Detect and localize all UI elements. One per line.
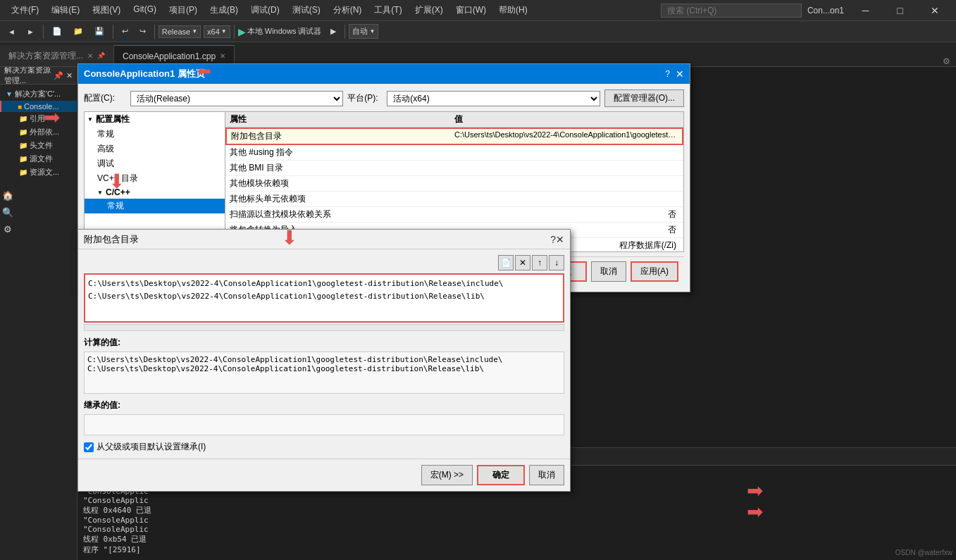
home-icon[interactable]: 🏠 [0,187,15,203]
pin-icon[interactable]: 📌 [97,52,105,59]
minimize-button[interactable]: ─ [850,0,881,21]
tree-debug-label: 调试 [97,158,114,170]
maximize-button[interactable]: □ [884,0,916,21]
menu-file[interactable]: 文件(F) [6,1,44,19]
back-button[interactable]: ◄ [3,25,20,39]
tree-item-config[interactable]: ▼ 配置属性 [85,112,225,127]
output-line-4: "ConsoleApplic [83,496,950,505]
menu-extensions[interactable]: 扩展(X) [409,1,449,19]
forward-button[interactable]: ► [22,25,39,39]
prop-row-using[interactable]: 其他 #using 指令 [225,145,683,161]
prop-row-module-dep[interactable]: 其他模块依赖项 [225,176,683,192]
calc-path-2: C:\Users\ts\Desktop\vs2022-4\ConsoleAppl… [87,364,561,373]
auto-dropdown[interactable]: 自动 ▼ [349,24,378,39]
watermark: OSDN @waterfxw [895,549,952,556]
properties-cancel-button[interactable]: 取消 [591,261,626,282]
undo-button[interactable]: ↩ [117,24,133,39]
prop-row-include[interactable]: 附加包含目录 C:\Users\ts\Desktop\vs2022-4\Cons… [225,127,683,145]
run-button[interactable]: ▶ [325,24,341,39]
include-up-button[interactable]: ↑ [532,255,547,270]
prop-row-header-dep[interactable]: 其他标头单元依赖项 [225,192,683,207]
include-help-button[interactable]: ? [550,234,556,245]
close-button[interactable]: ✕ [919,0,950,21]
save-button[interactable]: 💾 [89,24,109,39]
solution-icon: ▼ [6,90,13,98]
include-dialog: 附加包含目录 ? ✕ 📄 ✕ ↑ ↓ C:\Users\ts\Desktop\v… [77,229,571,492]
include-ok-button[interactable]: 确定 [477,465,525,485]
properties-close-button[interactable]: ✕ [676,68,684,80]
settings-sidebar-icon[interactable]: ⚙ [0,221,15,237]
prop-name-header-dep: 其他标头单元依赖项 [230,193,453,205]
properties-help-icon[interactable]: ? [665,69,670,79]
sidebar-item-external[interactable]: 📁 外部依... [0,125,77,139]
tree-item-cpp[interactable]: ▼ C/C++ [85,186,225,199]
menu-window[interactable]: 窗口(W) [450,1,492,19]
properties-title-bar: ConsoleApplication1 属性页 ? ✕ [78,64,690,84]
sidebar-item-sources[interactable]: 📁 源文件 [0,152,77,166]
new-file-button[interactable]: 📄 [47,24,67,39]
menu-test[interactable]: 测试(S) [287,1,326,19]
menu-tools[interactable]: 工具(T) [368,1,407,19]
menu-git[interactable]: Git(G) [128,1,162,19]
platform-select[interactable]: 活动(x64) [387,91,600,106]
include-dialog-body: 📄 ✕ ↑ ↓ C:\Users\ts\Desktop\vs2022-4\Con… [78,249,570,459]
sidebar-item-solution[interactable]: ▼ 解决方案'C'... [0,87,77,101]
tab-settings-icon[interactable]: ⚙ [937,56,956,66]
prop-row-scan-modules[interactable]: 扫描源以查找模块依赖关系 否 [225,207,683,223]
include-close-button[interactable]: ✕ [556,234,564,245]
include-toolbar: 📄 ✕ ↑ ↓ [84,255,564,270]
sidebar-close-icon[interactable]: ✕ [66,71,73,80]
include-edit-area[interactable]: C:\Users\ts\Desktop\vs2022-4\ConsoleAppl… [84,273,564,323]
prop-value-scan-modules: 否 [453,209,679,220]
open-button[interactable]: 📁 [68,24,88,39]
redo-button[interactable]: ↪ [135,24,151,39]
window-title: Con...on1 [807,6,844,15]
include-cancel-button[interactable]: 取消 [529,465,564,485]
output-line-9: 程序 "[25916] [83,545,950,555]
output-line-6: "ConsoleApplic [83,516,950,525]
search-sidebar-icon[interactable]: 🔍 [0,204,15,220]
tab-solution-close[interactable]: ✕ [87,52,93,60]
include-hscrollbar[interactable] [84,324,564,331]
sidebar-headers-label: 头文件 [30,140,53,151]
tab-cpp-close[interactable]: ✕ [220,52,225,60]
search-input[interactable] [661,4,802,18]
platform-dropdown[interactable]: x64 ▼ [204,25,230,38]
sidebar-sources-label: 源文件 [30,154,53,164]
include-macro-button[interactable]: 宏(M) >> [421,465,473,485]
menu-build[interactable]: 生成(B) [204,1,244,19]
tree-item-general[interactable]: 常规 [85,127,225,142]
inherit-checkbox-label: 从父级或项目默认设置继承(I) [97,441,206,453]
sidebar-item-references[interactable]: 📁 引用 [0,112,77,125]
inherit-checkbox[interactable] [84,442,94,452]
config-select[interactable]: 活动(Release) [130,91,343,106]
include-down-button[interactable]: ↓ [549,255,564,270]
config-manager-button[interactable]: 配置管理器(O)... [604,89,684,107]
prop-row-bmi[interactable]: 其他 BMI 目录 [225,161,683,176]
include-add-button[interactable]: 📄 [498,255,514,270]
menu-analyze[interactable]: 分析(N) [328,1,368,19]
sidebar-item-resources[interactable]: 📁 资源文... [0,166,77,179]
sidebar-item-console[interactable]: ■ Console... [0,101,77,112]
menu-view[interactable]: 视图(V) [87,1,126,19]
prop-header: 属性 值 [225,112,683,127]
menu-debug[interactable]: 调试(D) [245,1,285,19]
menu-edit[interactable]: 编辑(E) [46,1,85,19]
tree-item-advanced[interactable]: 高级 [85,142,225,156]
sidebar-item-headers[interactable]: 📁 头文件 [0,139,77,152]
sidebar-pin-icon[interactable]: 📌 [54,71,63,80]
toolbar: ◄ ► 📄 📁 💾 ↩ ↪ Release ▼ x64 ▼ ▶ 本地 Windo… [0,21,956,42]
tree-item-debug[interactable]: 调试 [85,156,225,171]
tree-item-vcpp[interactable]: VC++ 目录 [85,171,225,186]
tree-item-cpp-general[interactable]: 常规 [85,199,225,213]
folder-icon-2: 📁 [19,128,27,136]
output-line-5: 线程 0x4640 已退 [83,505,950,516]
platform-label: 平台(P): [347,92,383,104]
include-delete-button[interactable]: ✕ [515,255,530,270]
prop-name-scan-modules: 扫描源以查找模块依赖关系 [230,209,453,220]
prop-value-header-dep [453,193,679,205]
config-dropdown[interactable]: Release ▼ [159,25,201,38]
properties-apply-button[interactable]: 应用(A) [631,261,678,282]
menu-project[interactable]: 项目(P) [163,1,203,19]
menu-help[interactable]: 帮助(H) [493,1,533,19]
